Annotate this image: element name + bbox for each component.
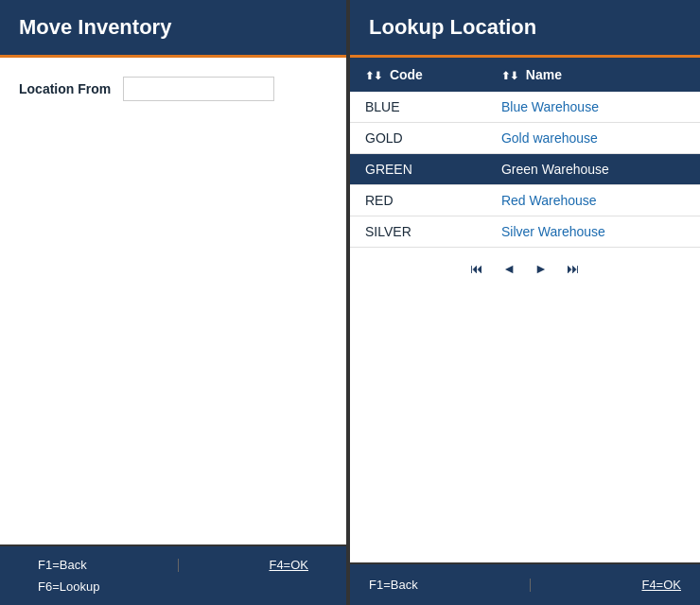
lookup-table: ⬆⬇ Code ⬆⬇ Name BLUEBlue WarehouseGOLDGo… [350,58,700,248]
right-footer-divider [530,579,531,592]
table-row[interactable]: REDRed Warehouse [350,185,700,216]
table-row[interactable]: GOLDGold warehouse [350,123,700,154]
left-panel-title: Move Inventory [0,0,346,58]
prev-page-button[interactable]: ◄ [497,259,521,278]
last-page-button[interactable]: ⏭ [561,259,586,278]
right-panel-content: ⬆⬇ Code ⬆⬇ Name BLUEBlue WarehouseGOLDGo… [350,58,700,562]
footer-row-1: F1=Back F4=OK [19,558,327,572]
name-column-label: Name [526,67,562,82]
table-cell-code: SILVER [350,216,486,248]
table-cell-code: GOLD [350,123,486,154]
table-row[interactable]: SILVERSilver Warehouse [350,216,700,248]
right-panel-footer: F1=Back F4=OK [350,562,700,605]
right-f1-back-key[interactable]: F1=Back [369,578,418,592]
right-f4-ok-key[interactable]: F4=OK [641,578,681,592]
table-cell-name: Red Warehouse [486,185,700,216]
pagination-controls: ⏮ ◄ ► ⏭ [350,248,700,289]
left-panel-footer: F1=Back F4=OK F6=Lookup [0,544,346,605]
table-header-row: ⬆⬇ Code ⬆⬇ Name [350,58,700,92]
table-cell-name: Blue Warehouse [486,92,700,123]
f6-lookup-key[interactable]: F6=Lookup [38,579,99,594]
right-panel: Lookup Location ⬆⬇ Code ⬆⬇ Name BLUEBlue… [350,0,700,605]
location-from-row: Location From [19,77,327,101]
name-column-header[interactable]: ⬆⬇ Name [486,58,700,92]
code-sort-icon: ⬆⬇ [365,70,382,81]
name-sort-icon: ⬆⬇ [501,70,518,81]
left-panel: Move Inventory Location From F1=Back F4=… [0,0,350,605]
table-cell-name: Green Warehouse [486,154,700,185]
code-column-header[interactable]: ⬆⬇ Code [350,58,486,92]
f1-back-key[interactable]: F1=Back [38,558,87,572]
location-from-input[interactable] [123,77,274,101]
table-cell-code: RED [350,185,486,216]
table-cell-code: BLUE [350,92,486,123]
code-column-label: Code [390,67,423,82]
f4-ok-key[interactable]: F4=OK [269,558,308,572]
table-row[interactable]: GREENGreen Warehouse [350,154,700,185]
table-cell-name: Silver Warehouse [486,216,700,248]
next-page-button[interactable]: ► [529,259,553,278]
table-cell-code: GREEN [350,154,486,185]
footer-row-2: F6=Lookup [19,579,327,594]
left-panel-content: Location From [0,58,346,544]
first-page-button[interactable]: ⏮ [464,259,489,278]
table-row[interactable]: BLUEBlue Warehouse [350,92,700,123]
table-body: BLUEBlue WarehouseGOLDGold warehouseGREE… [350,92,700,248]
table-cell-name: Gold warehouse [486,123,700,154]
location-from-label: Location From [19,81,114,96]
footer-divider-1 [178,559,179,572]
right-panel-title: Lookup Location [350,0,700,58]
